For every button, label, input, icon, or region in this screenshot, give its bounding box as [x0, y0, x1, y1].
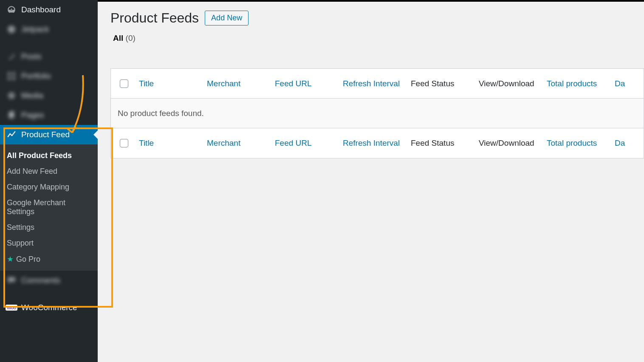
submenu-go-pro[interactable]: ★Go Pro	[0, 251, 98, 267]
column-total-products[interactable]: Total products	[547, 79, 597, 88]
column-date-bottom[interactable]: Da	[615, 139, 625, 147]
sidebar-item-product-feed[interactable]: Product Feed	[0, 125, 98, 144]
page-title: Product Feeds	[110, 10, 199, 26]
comment-icon	[6, 275, 17, 286]
submenu-all-product-feeds[interactable]: All Product Feeds	[0, 148, 98, 164]
filter-row: All (0)	[110, 34, 644, 43]
grid-icon	[6, 71, 17, 82]
submenu-add-new-feed[interactable]: Add New Feed	[0, 164, 98, 179]
chart-icon	[6, 129, 17, 140]
empty-message: No product feeds found.	[118, 109, 204, 118]
svg-rect-8	[10, 111, 15, 117]
column-total-products-bottom[interactable]: Total products	[547, 139, 597, 147]
sidebar-item-portfolio[interactable]: Portfolio	[0, 66, 98, 86]
sidebar-item-comments[interactable]: Comments	[0, 271, 98, 290]
sidebar-item-label: Media	[21, 91, 43, 100]
sidebar-item-media[interactable]: Media	[0, 86, 98, 105]
submenu-settings[interactable]: Settings	[0, 220, 98, 235]
sidebar-item-woocommerce[interactable]: Woo WooCommerce	[0, 298, 98, 317]
sidebar-item-label: Product Feed	[21, 130, 70, 139]
submenu-google-merchant-settings[interactable]: Google Merchant Settings	[0, 195, 98, 220]
column-feed-url-bottom[interactable]: Feed URL	[275, 139, 312, 147]
page-header: Product Feeds Add New	[110, 10, 644, 26]
submenu-category-mapping[interactable]: Category Mapping	[0, 179, 98, 195]
add-new-button[interactable]: Add New	[205, 11, 249, 25]
table-empty-row: No product feeds found.	[111, 99, 644, 128]
pin-icon	[6, 51, 17, 62]
sidebar-item-label: WooCommerce	[21, 303, 77, 312]
sidebar-item-label: Dashboard	[21, 5, 61, 14]
column-merchant[interactable]: Merchant	[207, 79, 240, 88]
table-header-row: Title Merchant Feed URL Refresh Interval…	[111, 69, 644, 99]
column-refresh-interval[interactable]: Refresh Interval	[343, 79, 400, 88]
column-view-download: View/Download	[479, 79, 534, 88]
sidebar-item-label: Posts	[21, 52, 42, 61]
svg-point-0	[8, 25, 15, 33]
star-icon: ★	[7, 255, 14, 263]
svg-rect-3	[8, 77, 11, 80]
pages-icon	[6, 110, 17, 121]
sidebar-item-label: Jetpack	[21, 25, 49, 34]
woo-icon: Woo	[6, 302, 17, 313]
feeds-table: Title Merchant Feed URL Refresh Interval…	[110, 68, 644, 158]
column-refresh-interval-bottom[interactable]: Refresh Interval	[343, 139, 400, 147]
column-feed-url[interactable]: Feed URL	[275, 79, 312, 88]
sidebar-item-label: Comments	[21, 276, 60, 285]
gauge-icon	[6, 4, 17, 15]
filter-count: (0)	[126, 34, 136, 42]
column-merchant-bottom[interactable]: Merchant	[207, 139, 240, 147]
select-all-checkbox-bottom[interactable]	[120, 139, 128, 147]
product-feed-submenu: All Product Feeds Add New Feed Category …	[0, 144, 98, 271]
column-title-bottom[interactable]: Title	[139, 139, 154, 147]
select-all-checkbox[interactable]	[120, 79, 128, 88]
sidebar-item-label: Pages	[21, 110, 44, 120]
sidebar-item-label: Portfolio	[21, 71, 51, 81]
svg-point-6	[11, 95, 12, 96]
column-feed-status: Feed Status	[411, 79, 454, 88]
table-footer-row: Title Merchant Feed URL Refresh Interval…	[111, 128, 644, 158]
sidebar-item-pages[interactable]: Pages	[0, 105, 98, 125]
column-feed-status-bottom: Feed Status	[411, 139, 454, 147]
main-content: Product Feeds Add New All (0) Title Merc…	[98, 2, 644, 362]
filter-all-link[interactable]: All	[113, 34, 123, 42]
sidebar-item-dashboard[interactable]: Dashboard	[0, 0, 98, 20]
column-view-download-bottom: View/Download	[479, 139, 534, 147]
admin-sidebar: Dashboard Jetpack Posts Portfolio Media …	[0, 0, 98, 362]
sidebar-item-posts[interactable]: Posts	[0, 47, 98, 66]
sidebar-item-jetpack[interactable]: Jetpack	[0, 20, 98, 39]
submenu-support[interactable]: Support	[0, 235, 98, 251]
column-date[interactable]: Da	[615, 79, 625, 88]
svg-rect-4	[12, 77, 15, 80]
circle-icon	[6, 24, 17, 35]
media-icon	[6, 90, 17, 101]
svg-rect-1	[8, 72, 11, 75]
column-title[interactable]: Title	[139, 79, 154, 88]
svg-rect-2	[12, 72, 15, 75]
